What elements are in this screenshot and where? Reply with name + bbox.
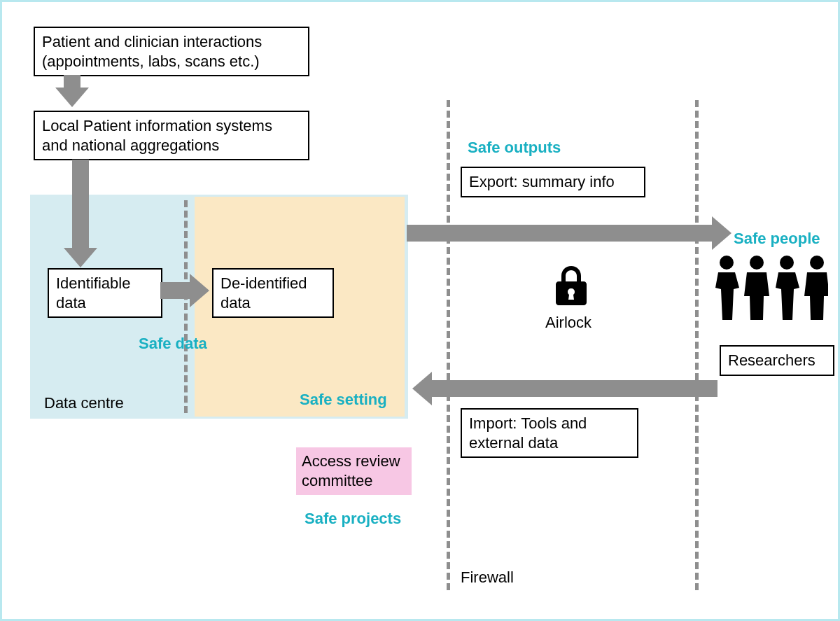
airlock-label: Airlock — [545, 314, 592, 332]
data-centre-label: Data centre — [44, 394, 124, 412]
lock-icon — [552, 265, 591, 308]
local-systems-box: Local Patient information systems and na… — [34, 111, 309, 160]
arrow-identifiable-to-deidentified — [160, 282, 192, 299]
svg-point-1 — [750, 256, 764, 270]
safe-people-label: Safe people — [734, 230, 820, 248]
safe-data-label: Safe data — [139, 335, 207, 353]
patient-interactions-box: Patient and clinician interactions (appo… — [34, 27, 309, 76]
identifiable-data-box: Identifiable data — [48, 268, 162, 318]
arrow-interactions-to-systems — [64, 75, 80, 90]
deidentified-data-box: De-identified data — [212, 268, 334, 318]
access-review-region: Access review committee — [296, 447, 412, 495]
researchers-box: Researchers — [720, 345, 834, 376]
firewall-line-left — [447, 100, 450, 590]
safe-outputs-label: Safe outputs — [468, 139, 561, 157]
svg-point-2 — [780, 256, 794, 270]
arrow-import-in — [429, 380, 718, 397]
people-icon — [713, 254, 828, 323]
firewall-label: Firewall — [461, 568, 514, 587]
svg-point-0 — [720, 256, 734, 270]
safe-projects-label: Safe projects — [304, 510, 401, 528]
safe-setting-label: Safe setting — [300, 391, 387, 409]
safe-data-divider — [184, 200, 188, 413]
arrow-systems-to-identifiable — [72, 160, 89, 251]
diagram-frame: Patient and clinician interactions (appo… — [0, 0, 840, 621]
firewall-line-right — [695, 100, 699, 590]
import-box: Import: Tools and external data — [461, 408, 638, 458]
export-box: Export: summary info — [461, 167, 645, 197]
svg-point-3 — [810, 256, 824, 270]
arrow-export-out — [407, 225, 715, 242]
